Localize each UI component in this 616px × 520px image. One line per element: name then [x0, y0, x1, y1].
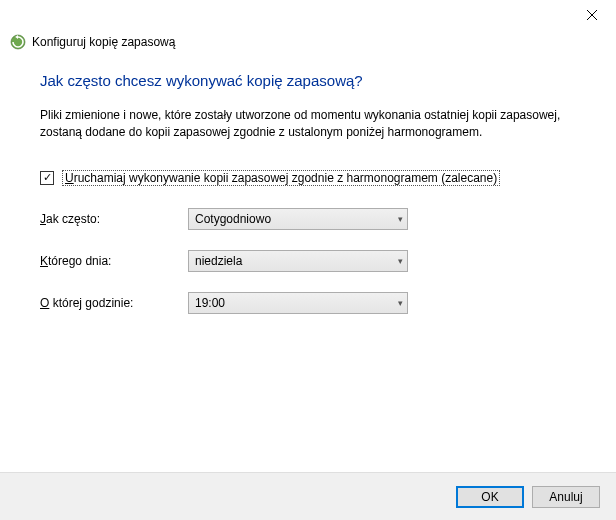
titlebar: [0, 0, 616, 30]
day-select[interactable]: niedziela ▾: [188, 250, 408, 272]
ok-button[interactable]: OK: [456, 486, 524, 508]
chevron-down-icon: ▾: [398, 214, 403, 224]
schedule-checkbox[interactable]: ✓: [40, 171, 54, 185]
schedule-checkbox-row: ✓ Uruchamiaj wykonywanie kopii zapasowej…: [40, 170, 576, 186]
frequency-select[interactable]: Cotygodniowo ▾: [188, 208, 408, 230]
day-row: Którego dnia: niedziela ▾: [40, 250, 576, 272]
schedule-checkbox-label[interactable]: Uruchamiaj wykonywanie kopii zapasowej z…: [62, 170, 500, 186]
window-title: Konfiguruj kopię zapasową: [32, 35, 175, 49]
page-description: Pliki zmienione i nowe, które zostały ut…: [40, 107, 570, 142]
time-label: O której godzinie:: [40, 296, 188, 310]
day-value: niedziela: [195, 254, 242, 268]
frequency-value: Cotygodniowo: [195, 212, 271, 226]
window-header: Konfiguruj kopię zapasową: [0, 30, 616, 62]
day-label: Którego dnia:: [40, 254, 188, 268]
dialog-footer: OK Anuluj: [0, 472, 616, 520]
chevron-down-icon: ▾: [398, 256, 403, 266]
time-select[interactable]: 19:00 ▾: [188, 292, 408, 314]
frequency-row: Jak często: Cotygodniowo ▾: [40, 208, 576, 230]
content-area: Jak często chcesz wykonywać kopię zapaso…: [0, 62, 616, 314]
close-icon: [587, 10, 597, 20]
backup-icon: [10, 34, 26, 50]
page-heading: Jak często chcesz wykonywać kopię zapaso…: [40, 72, 576, 89]
chevron-down-icon: ▾: [398, 298, 403, 308]
time-value: 19:00: [195, 296, 225, 310]
time-row: O której godzinie: 19:00 ▾: [40, 292, 576, 314]
cancel-button[interactable]: Anuluj: [532, 486, 600, 508]
frequency-label: Jak często:: [40, 212, 188, 226]
close-button[interactable]: [572, 1, 612, 29]
